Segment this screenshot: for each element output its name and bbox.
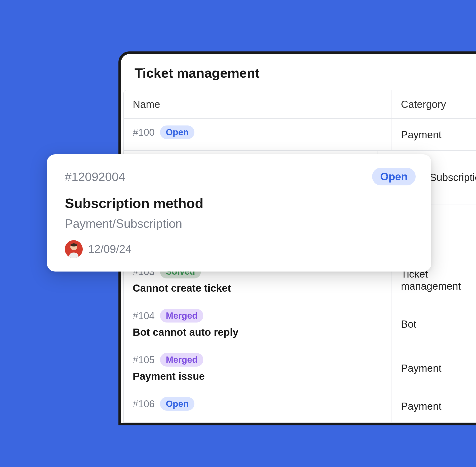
detail-title: Subscription method	[65, 195, 416, 211]
detail-header: #12092004 Open	[65, 168, 416, 185]
ticket-id: #105	[133, 354, 155, 365]
ticket-id: #100	[133, 127, 155, 138]
cell-category: Payment	[392, 390, 476, 422]
status-badge: Open	[160, 126, 194, 139]
detail-ticket-id: #12092004	[65, 170, 125, 184]
cell-name: #105 Merged Payment issue	[124, 346, 392, 390]
status-badge: Open	[160, 397, 194, 411]
table-row[interactable]: #106 Open Payment	[124, 390, 476, 422]
table-header: Name Catergory	[124, 90, 476, 119]
status-badge: Merged	[160, 309, 203, 323]
cell-name: #104 Merged Bot cannot auto reply	[124, 302, 392, 346]
detail-meta: 12/09/24	[65, 240, 416, 258]
table-row[interactable]: #100 Open Payment	[124, 119, 476, 151]
ticket-detail-card[interactable]: #12092004 Open Subscription method Payme…	[47, 154, 431, 272]
cell-name: #106 Open	[124, 390, 392, 422]
detail-date: 12/09/24	[88, 243, 132, 256]
page-title: Ticket management	[121, 54, 476, 90]
table-row[interactable]: #104 Merged Bot cannot auto reply Bot	[124, 302, 476, 346]
status-badge: Merged	[160, 353, 203, 367]
cell-category: Payment	[392, 346, 476, 390]
column-header-category: Catergory	[392, 90, 476, 118]
cell-name: #100 Open	[124, 119, 392, 150]
detail-category: Payment/Subscription	[65, 217, 416, 230]
table-row[interactable]: #105 Merged Payment issue Payment	[124, 346, 476, 390]
ticket-id: #106	[133, 398, 155, 410]
ticket-title: Cannot create ticket	[133, 282, 383, 294]
cell-category: Bot	[392, 302, 476, 346]
column-header-name: Name	[124, 90, 392, 118]
avatar	[65, 240, 83, 258]
ticket-id: #104	[133, 310, 155, 321]
ticket-title: Bot cannot auto reply	[133, 326, 383, 338]
ticket-title: Payment issue	[133, 370, 383, 382]
detail-status-badge: Open	[372, 168, 416, 185]
cell-category: Payment	[392, 119, 476, 150]
